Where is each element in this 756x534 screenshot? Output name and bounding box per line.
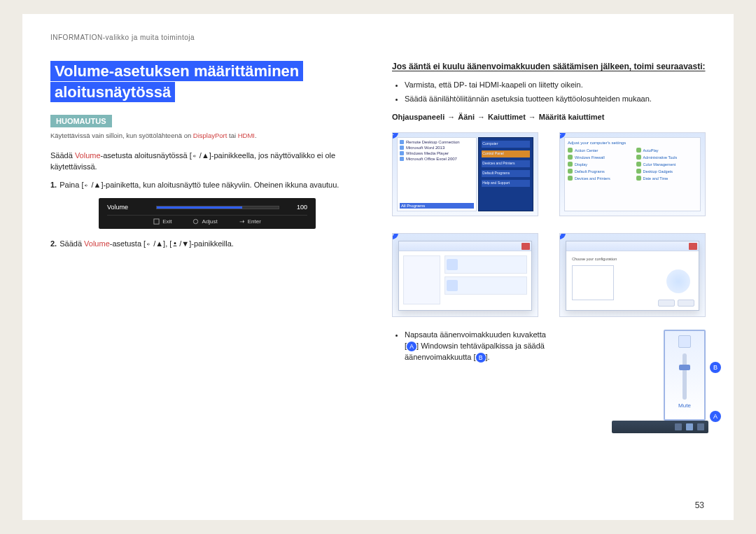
taskbar-volume-section: Napsauta äänenvoimakkuuden kuvaketta [A]… [392, 330, 706, 421]
right-column: Jos ääntä ei kuulu äänenvoimakkuuden sää… [392, 61, 706, 421]
start-menu-left: Remote Desktop Connection Microsoft Word… [397, 137, 477, 211]
nav-path: Ohjauspaneeli→Ääni→Kaiuttimet→Määritä ka… [392, 112, 706, 122]
two-column-layout: Volume-asetuksen määrittäminen aloitusnä… [50, 61, 706, 421]
breadcrumb: INFORMATION-valikko ja muita toimintoja [50, 34, 706, 41]
osd-volume-window: Volume 100 Exit Adjust Enter [99, 198, 316, 229]
screenshot-speaker-setup: 4 Choose your configuration [559, 233, 706, 317]
speaker-icon [447, 259, 458, 270]
bullet-list: Varmista, että DP- tai HDMI-kaapeli on l… [392, 80, 706, 105]
tray-volume-icon [686, 423, 693, 430]
volume-mixer-figure: Mute B A [664, 330, 706, 421]
osd-slider [156, 206, 279, 209]
note-hdmi: HDMI [238, 132, 255, 139]
vol-up-key-icon: /▲ [192, 150, 209, 162]
callout-b: B [710, 362, 721, 373]
left-column: Volume-asetuksen määrittäminen aloitusnä… [50, 61, 364, 421]
volume-word: Volume [75, 151, 101, 160]
osd-adjust: Adjust [192, 218, 217, 225]
screenshot-control-panel: 2 Adjust your computer's settings Action… [559, 132, 706, 216]
heading-line1: Volume-asetuksen määrittäminen [50, 61, 303, 81]
taskbar [612, 421, 708, 433]
osd-value: 100 [286, 204, 307, 211]
step-1: 1. Paina [/▲]-painiketta, kun aloitusnäy… [50, 180, 364, 191]
bullet-item: Varmista, että DP- tai HDMI-kaapeli on l… [405, 80, 706, 91]
line: Napsauta äänenvoimakkuuden kuvaketta [405, 330, 546, 339]
speaker-icon [447, 280, 458, 291]
tray-icon [675, 423, 682, 430]
osd-exit: Exit [153, 218, 172, 225]
callout-a: A [710, 411, 721, 422]
vol-up-key-icon: /▲ [83, 180, 101, 191]
page-number: 53 [695, 500, 704, 510]
note-text: Käytettävissä vain silloin, kun syöttölä… [50, 132, 364, 141]
speaker-graphic [666, 269, 690, 293]
svg-point-1 [194, 220, 198, 224]
screenshot-start-menu: 1 Remote Desktop Connection Microsoft Wo… [392, 132, 538, 216]
start-menu-right: Computer Control Panel Devices and Print… [478, 137, 533, 211]
mute-label: Mute [665, 402, 704, 409]
volume-word: Volume [84, 239, 110, 248]
step-2: 2. Säädä Volume-asetusta [/▲], [/▼]-pain… [50, 239, 364, 250]
step-number: 1. [50, 180, 57, 191]
screenshot-grid: 1 Remote Desktop Connection Microsoft Wo… [392, 132, 706, 317]
heading-line2: aloitusnäytössä [50, 82, 175, 102]
step-badge-4: 4 [559, 233, 566, 239]
step-badge-3: 3 [392, 233, 398, 239]
screenshot-sound-dialog: 3 [392, 233, 538, 317]
note-displayport: DisplayPort [193, 132, 227, 139]
callout-a-inline: A [407, 342, 416, 351]
taskbar-volume-text: Napsauta äänenvoimakkuuden kuvaketta [A]… [392, 330, 650, 366]
close-icon [522, 243, 530, 250]
intro-paragraph: Säädä Volume-asetusta aloitusnäytössä [/… [50, 150, 364, 173]
vol-up-key-icon: /▲ [146, 239, 163, 250]
volume-slider [682, 353, 687, 400]
close-icon [689, 243, 697, 250]
speaker-icon [678, 335, 691, 348]
note-badge: HUOMAUTUS [50, 115, 112, 127]
svg-rect-0 [154, 219, 159, 224]
bullet-item: Säädä äänilähtöliitännän asetuksia tuott… [405, 94, 706, 105]
tray-icon [697, 423, 704, 430]
step-number: 2. [50, 239, 57, 250]
vol-down-key-icon: /▼ [172, 239, 189, 250]
manual-page: INFORMATION-valikko ja muita toimintoja … [22, 14, 734, 520]
osd-enter: Enter [239, 218, 261, 225]
all-programs: All Programs [400, 203, 474, 209]
osd-label: Volume [107, 204, 149, 211]
section-heading: Volume-asetuksen määrittäminen aloitusnä… [50, 61, 364, 102]
callout-b-inline: B [476, 353, 486, 363]
svg-point-2 [174, 242, 176, 244]
troubleshoot-heading: Jos ääntä ei kuulu äänenvoimakkuuden sää… [392, 61, 706, 73]
